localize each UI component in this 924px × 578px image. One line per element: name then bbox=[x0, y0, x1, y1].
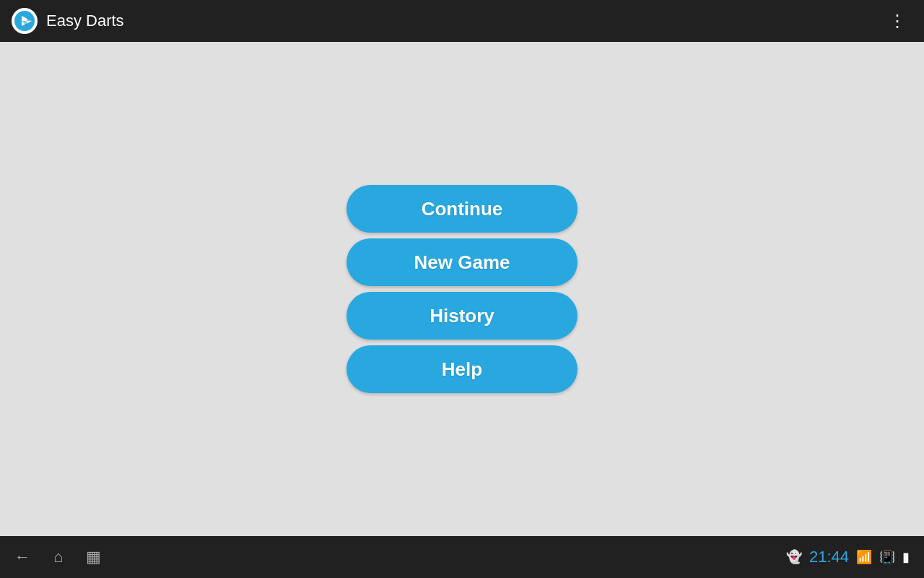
history-button[interactable]: History bbox=[346, 292, 578, 340]
new-game-button[interactable]: New Game bbox=[346, 238, 578, 286]
button-group: Continue New Game History Help bbox=[346, 185, 578, 393]
app-title: Easy Darts bbox=[46, 12, 883, 30]
main-content: Continue New Game History Help bbox=[0, 42, 924, 536]
continue-button[interactable]: Continue bbox=[346, 185, 578, 233]
back-icon[interactable]: ← bbox=[14, 548, 30, 566]
time-display: 21:44 bbox=[809, 548, 849, 566]
app-bar: Easy Darts ⋮ bbox=[0, 0, 924, 42]
nav-right: 👻 21:44 📶 📳 ▮ bbox=[786, 548, 910, 566]
home-icon[interactable]: ⌂ bbox=[53, 548, 63, 566]
battery-icon: ▮ bbox=[902, 549, 910, 565]
wifi-icon: 📶 bbox=[856, 549, 872, 565]
app-logo bbox=[12, 8, 38, 34]
nav-left: ← ⌂ ▦ bbox=[14, 548, 101, 566]
bluetooth-icon: 📳 bbox=[879, 549, 895, 565]
nav-bar: ← ⌂ ▦ 👻 21:44 📶 📳 ▮ bbox=[0, 536, 924, 578]
game-icon: 👻 bbox=[786, 549, 802, 565]
recents-icon[interactable]: ▦ bbox=[86, 548, 101, 566]
overflow-menu-button[interactable]: ⋮ bbox=[883, 5, 912, 37]
help-button[interactable]: Help bbox=[346, 345, 578, 393]
